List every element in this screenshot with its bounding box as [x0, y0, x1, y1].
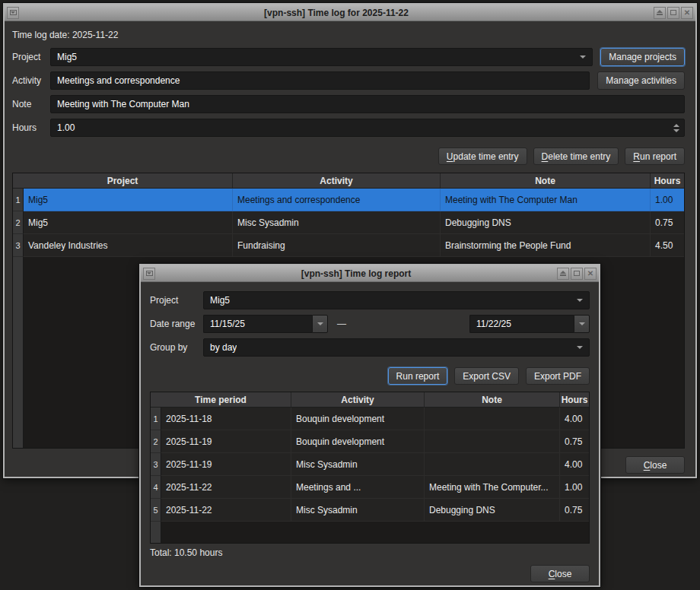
activity-row: Activity Meetings and correspondence Man…: [12, 71, 685, 90]
report-row[interactable]: 1 2025-11-18 Bouquin development 4.00: [151, 408, 589, 430]
cell-activity: Meetings and correspondence: [233, 189, 441, 211]
cell-project: Mig5: [24, 189, 233, 211]
window-controls: ✕: [654, 7, 693, 19]
date-range-separator: —: [337, 319, 346, 329]
table-row[interactable]: 1 Mig5 Meetings and correspondence Meeti…: [13, 189, 684, 211]
activity-label: Activity: [12, 75, 50, 86]
table-row[interactable]: 2 Mig5 Misc Sysadmin Debugging DNS 0.75: [13, 211, 684, 234]
cell-note: Meeting with The Computer Man: [441, 189, 651, 211]
cell-activity: Misc Sysadmin: [291, 453, 425, 476]
column-header-activity[interactable]: Activity: [233, 173, 441, 189]
close-window-button[interactable]: ✕: [584, 268, 597, 280]
hours-value: 1.00: [57, 122, 75, 133]
column-header-time-period[interactable]: Time period: [151, 392, 291, 408]
cell-hours: 1.00: [560, 476, 589, 499]
date-to-picker[interactable]: 11/22/25: [469, 315, 590, 333]
close-button[interactable]: Close: [625, 456, 685, 474]
cell-hours: 0.75: [560, 499, 589, 522]
hours-label: Hours: [12, 122, 50, 133]
row-number-gutter: [13, 257, 24, 448]
activity-value: Meetings and correspondence: [57, 75, 180, 86]
date-range-fields: 11/15/25 — 11/22/25: [203, 315, 590, 333]
report-row[interactable]: 4 2025-11-22 Meetings and ... Meeting wi…: [151, 476, 589, 499]
export-pdf-button[interactable]: Export PDF: [526, 367, 590, 385]
table-body-empty: [161, 522, 589, 543]
date-from-dropdown-button[interactable]: [312, 315, 328, 333]
table-header: Project Activity Note Hours: [13, 173, 684, 189]
report-project-select[interactable]: Mig5: [203, 291, 590, 309]
note-value: Meeting with The Computer Man: [57, 99, 189, 109]
delete-time-entry-button[interactable]: Delete time entry: [533, 148, 619, 165]
hours-spinner[interactable]: 1.00: [50, 119, 685, 137]
group-by-value: by day: [210, 342, 237, 353]
cell-note: Brainstorming the People Fund: [441, 234, 651, 257]
cell-activity: Fundraising: [233, 234, 441, 257]
report-titlebar[interactable]: [vpn-ssh] Time log report ✕: [141, 265, 599, 282]
cell-hours: 1.00: [651, 189, 684, 211]
shade-icon: [560, 271, 566, 276]
report-row[interactable]: 2 2025-11-19 Bouquin development 0.75: [151, 430, 589, 453]
report-close-row: Close: [150, 565, 590, 582]
row-number: 2: [151, 430, 161, 453]
project-select[interactable]: Mig5: [50, 48, 593, 66]
cell-activity: Bouquin development: [291, 408, 425, 430]
date-from-picker[interactable]: 11/15/25: [203, 315, 328, 333]
cell-note: [425, 453, 560, 476]
note-input[interactable]: Meeting with The Computer Man: [50, 95, 685, 113]
manage-activities-button[interactable]: Manage activities: [597, 71, 685, 90]
shade-button[interactable]: [557, 268, 569, 280]
main-window-title: [vpn-ssh] Time log for 2025-11-22: [21, 8, 651, 18]
spin-down-icon[interactable]: [673, 129, 679, 132]
column-header-project[interactable]: Project: [13, 173, 233, 189]
chevron-down-icon: [317, 322, 323, 325]
cell-period: 2025-11-22: [161, 499, 291, 522]
main-titlebar[interactable]: [vpn-ssh] Time log for 2025-11-22 ✕: [5, 5, 695, 21]
row-number: 3: [151, 453, 161, 476]
cell-note: [425, 430, 560, 453]
dialog-close-button[interactable]: Close: [530, 565, 590, 582]
cell-note: [425, 408, 560, 430]
activity-input[interactable]: Meetings and correspondence: [50, 71, 590, 90]
row-number: 3: [13, 234, 24, 257]
date-range-row: Date range 11/15/25 — 11/22/25: [150, 315, 590, 333]
maximize-button[interactable]: [667, 7, 679, 19]
chevron-down-icon: [580, 56, 586, 59]
export-csv-button[interactable]: Export CSV: [454, 367, 519, 385]
column-header-hours[interactable]: Hours: [651, 173, 684, 189]
table-row[interactable]: 3 Vandeley Industries Fundraising Brains…: [13, 234, 684, 257]
cell-note: Meeting with The Computer...: [425, 476, 560, 499]
cell-note: Debugging DNS: [425, 499, 560, 522]
cell-period: 2025-11-19: [161, 453, 291, 476]
window-menu-button[interactable]: [7, 7, 19, 19]
column-header-note[interactable]: Note: [441, 173, 651, 189]
shade-button[interactable]: [654, 7, 666, 19]
column-header-activity[interactable]: Activity: [291, 392, 425, 408]
project-label: Project: [12, 52, 50, 62]
close-window-button[interactable]: ✕: [681, 7, 693, 19]
report-table: Time period Activity Note Hours 1 2025-1…: [150, 392, 590, 544]
row-number: 4: [151, 476, 161, 499]
date-from-value: 11/15/25: [203, 315, 312, 333]
spin-up-icon[interactable]: [673, 124, 679, 127]
update-time-entry-button[interactable]: Update time entry: [438, 148, 527, 165]
run-report-button[interactable]: Run report: [625, 148, 685, 165]
row-number: 1: [13, 189, 24, 211]
column-header-note[interactable]: Note: [425, 392, 560, 408]
report-row[interactable]: 5 2025-11-22 Misc Sysadmin Debugging DNS…: [151, 499, 589, 522]
chevron-down-icon: [577, 299, 583, 302]
row-number: 2: [13, 211, 24, 234]
dialog-run-report-button[interactable]: Run report: [388, 367, 448, 385]
manage-projects-button[interactable]: Manage projects: [600, 48, 685, 66]
note-row: Note Meeting with The Computer Man: [12, 95, 685, 113]
column-header-hours[interactable]: Hours: [560, 392, 589, 408]
cell-activity: Misc Sysadmin: [291, 499, 425, 522]
maximize-button[interactable]: [571, 268, 583, 280]
window-menu-button[interactable]: [143, 268, 155, 280]
project-label: Project: [150, 295, 203, 306]
cell-activity: Meetings and ...: [291, 476, 425, 499]
date-to-dropdown-button[interactable]: [574, 315, 590, 333]
cell-hours: 0.75: [651, 211, 684, 234]
row-number: 1: [151, 408, 161, 430]
group-by-select[interactable]: by day: [203, 338, 590, 357]
report-row[interactable]: 3 2025-11-19 Misc Sysadmin 4.00: [151, 453, 589, 476]
